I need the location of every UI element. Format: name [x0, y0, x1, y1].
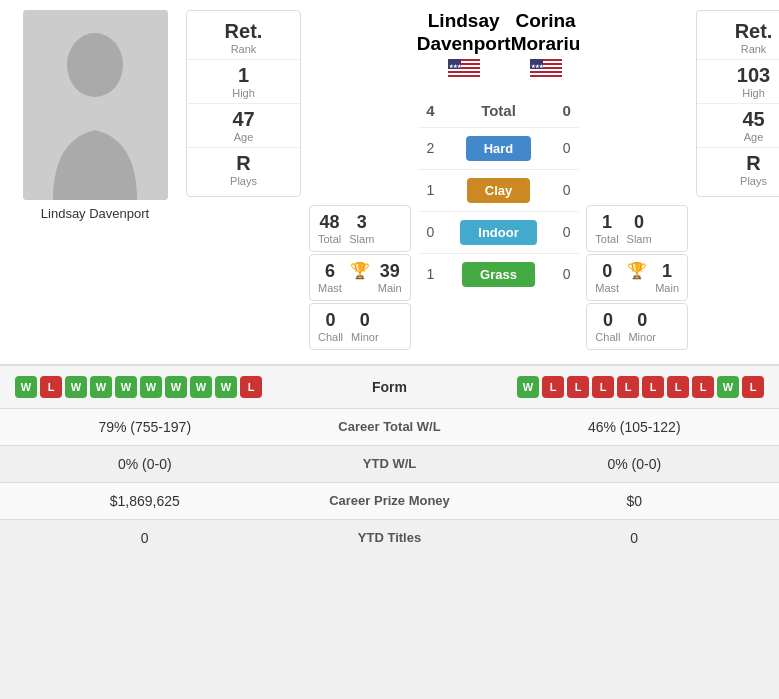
left-total-stat: 48 Total	[318, 212, 341, 245]
form-badge-w: W	[717, 376, 739, 398]
right-flag-container: ★★★	[511, 59, 581, 77]
stat-row-1: 0% (0-0) YTD W/L 0% (0-0)	[0, 445, 779, 482]
left-name-line1: Lindsay	[417, 10, 511, 33]
center-col: Lindsay Davenport ★★★	[417, 10, 581, 296]
form-badge-w: W	[165, 376, 187, 398]
stat-left-3: 0	[0, 520, 290, 556]
form-badge-w: W	[190, 376, 212, 398]
surface-table: 4 Total 0 2 Hard 0 1 Clay 0 0 Indoor	[417, 93, 581, 296]
stat-row-0: 79% (755-197) Career Total W/L 46% (105-…	[0, 408, 779, 445]
left-chall-value: 0	[326, 310, 336, 331]
left-rank-row: Ret. Rank	[187, 16, 300, 60]
svg-rect-13	[530, 73, 562, 75]
right-chall-stats: 0 Chall 0 Minor	[586, 303, 688, 350]
right-sub-stats: 1 Total 0 Slam 0 Mast 🏆 1 Main	[586, 10, 688, 354]
form-badge-l: L	[667, 376, 689, 398]
left-name-line2: Davenport	[417, 33, 511, 56]
left-rank-value: Ret.	[225, 20, 263, 43]
indoor-row: 0 Indoor 0	[417, 211, 580, 253]
right-plays-label: Plays	[740, 175, 767, 187]
form-badge-w: W	[140, 376, 162, 398]
clay-button: Clay	[467, 178, 530, 203]
form-badge-l: L	[642, 376, 664, 398]
right-mast-stats: 0 Mast 🏆 1 Main	[586, 254, 688, 301]
total-row: 4 Total 0	[417, 93, 580, 127]
form-badge-l: L	[40, 376, 62, 398]
svg-point-1	[67, 33, 123, 97]
clay-left: 1	[417, 169, 443, 211]
right-player-panel: Ret. Rank 103 High 45 Age R Plays	[694, 10, 779, 221]
grass-right: 0	[554, 253, 580, 295]
left-flag-container: ★★★	[417, 59, 511, 77]
form-badge-l: L	[742, 376, 764, 398]
indoor-right: 0	[554, 211, 580, 253]
right-minor-stat: 0 Minor	[628, 310, 656, 343]
right-slam-label: Slam	[627, 233, 652, 245]
form-badge-l: L	[240, 376, 262, 398]
right-main-value: 1	[662, 261, 672, 282]
grass-button: Grass	[462, 262, 535, 287]
left-mast-value: 6	[325, 261, 335, 282]
form-section: WLWWWWWWWL Form WLLLLLLLWL	[0, 364, 779, 408]
right-mast-stat: 0 Mast	[595, 261, 619, 294]
left-plays-value: R	[236, 152, 250, 175]
right-mast-value: 0	[602, 261, 612, 282]
left-sub-stats: 48 Total 3 Slam 6 Mast 🏆 39 Main	[309, 10, 411, 354]
form-badge-l: L	[567, 376, 589, 398]
total-left: 4	[417, 93, 443, 127]
left-minor-label: Minor	[351, 331, 379, 343]
right-minor-label: Minor	[628, 331, 656, 343]
right-rank-label: Rank	[741, 43, 767, 55]
right-flag: ★★★	[530, 59, 562, 77]
indoor-button: Indoor	[460, 220, 536, 245]
grass-left: 1	[417, 253, 443, 295]
stat-row-3: 0 YTD Titles 0	[0, 519, 779, 556]
form-label: Form	[372, 379, 407, 395]
right-trophy: 🏆	[627, 261, 647, 294]
left-main-value: 39	[380, 261, 400, 282]
player-names-row: Lindsay Davenport ★★★	[417, 10, 581, 77]
right-main-stat: 1 Main	[655, 261, 679, 294]
right-title-stats: 1 Total 0 Slam	[586, 205, 688, 252]
stat-left-0: 79% (755-197)	[0, 409, 290, 445]
clay-right: 0	[554, 169, 580, 211]
form-badge-w: W	[90, 376, 112, 398]
right-slam-stat: 0 Slam	[627, 212, 652, 245]
right-mast-label: Mast	[595, 282, 619, 294]
svg-rect-6	[448, 73, 480, 75]
right-age-label: Age	[744, 131, 764, 143]
grass-row: 1 Grass 0	[417, 253, 580, 295]
hard-btn-cell: Hard	[443, 127, 554, 169]
stat-right-0: 46% (105-122)	[490, 409, 780, 445]
total-label: Total	[443, 93, 554, 127]
left-player-panel: Lindsay Davenport Ret. Rank 1 High 47 Ag…	[10, 10, 303, 221]
clay-btn-cell: Clay	[443, 169, 554, 211]
svg-rect-5	[448, 69, 480, 71]
left-minor-stat: 0 Minor	[351, 310, 379, 343]
right-rank-row: Ret. Rank	[697, 16, 779, 60]
left-plays-label: Plays	[230, 175, 257, 187]
left-high-value: 1	[238, 64, 249, 87]
top-area: Lindsay Davenport Ret. Rank 1 High 47 Ag…	[0, 0, 779, 364]
stat-right-3: 0	[490, 520, 780, 556]
right-high-row: 103 High	[697, 60, 779, 104]
left-main-stat: 39 Main	[378, 261, 402, 294]
form-badge-l: L	[692, 376, 714, 398]
stat-row-2: $1,869,625 Career Prize Money $0	[0, 482, 779, 519]
right-high-value: 103	[737, 64, 770, 87]
left-main-label: Main	[378, 282, 402, 294]
right-rank-value: Ret.	[735, 20, 773, 43]
left-mast-label: Mast	[318, 282, 342, 294]
form-badge-w: W	[215, 376, 237, 398]
hard-right: 0	[554, 127, 580, 169]
right-plays-value: R	[746, 152, 760, 175]
left-chall-stats: 0 Chall 0 Minor	[309, 303, 411, 350]
left-form-badges: WLWWWWWWWL	[15, 376, 262, 398]
form-badge-w: W	[115, 376, 137, 398]
left-high-row: 1 High	[187, 60, 300, 104]
form-badge-w: W	[517, 376, 539, 398]
right-total-label: Total	[595, 233, 618, 245]
clay-row: 1 Clay 0	[417, 169, 580, 211]
left-total-value: 48	[320, 212, 340, 233]
left-chall-stat: 0 Chall	[318, 310, 343, 343]
